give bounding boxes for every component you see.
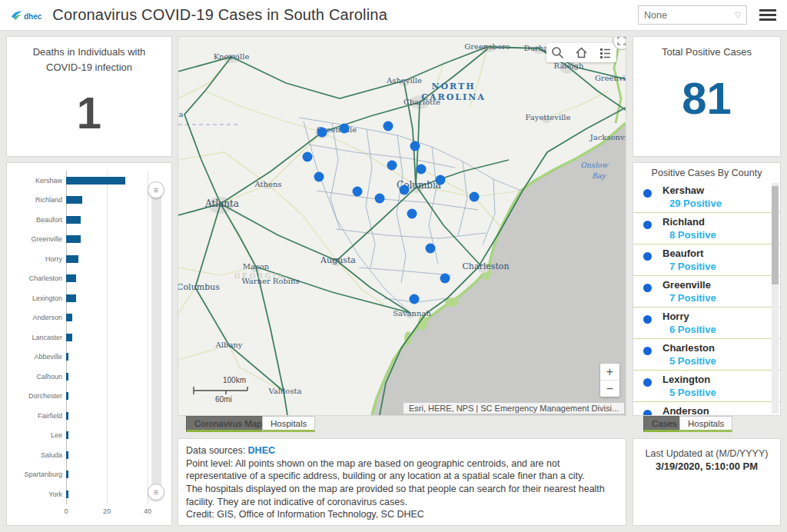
chart-bar-row[interactable]: Charleston bbox=[10, 269, 168, 289]
chart-bar[interactable] bbox=[66, 392, 68, 400]
hamburger-menu-button[interactable] bbox=[759, 7, 776, 24]
case-point[interactable] bbox=[387, 161, 397, 171]
case-point[interactable] bbox=[303, 152, 313, 162]
list-item[interactable]: Kershaw29 Positive bbox=[633, 181, 780, 213]
chart-bar[interactable] bbox=[66, 431, 68, 439]
case-point[interactable] bbox=[470, 192, 480, 202]
chart-bar-row[interactable]: Calhoun bbox=[10, 367, 168, 387]
chart-bar-row[interactable]: York bbox=[10, 484, 168, 504]
chart-bar[interactable] bbox=[66, 470, 68, 478]
list-item[interactable]: Lexington5 Positive bbox=[633, 371, 780, 402]
county-list-scrollbar[interactable] bbox=[772, 183, 779, 414]
case-point[interactable] bbox=[400, 185, 410, 195]
chart-bar-row[interactable]: Lancaster bbox=[10, 328, 168, 347]
map-label: Columbus bbox=[178, 282, 220, 292]
chart-slider-handle-top[interactable]: ≡ bbox=[148, 181, 164, 198]
chart-bar-row[interactable]: Beaufort bbox=[10, 210, 168, 230]
chart-bar-row[interactable]: Greenville bbox=[10, 230, 168, 250]
chart-x-tick: 40 bbox=[144, 507, 151, 515]
dhec-link[interactable]: DHEC bbox=[248, 445, 275, 456]
home-icon[interactable] bbox=[575, 46, 588, 59]
chart-bar[interactable] bbox=[66, 373, 68, 381]
data-sources-text: Credit: GIS, Office of Information Techn… bbox=[186, 508, 618, 521]
chart-bar-row[interactable]: Horry bbox=[10, 249, 168, 269]
chart-category-label: Lee bbox=[10, 431, 66, 439]
category-selector[interactable]: None ▽ bbox=[638, 5, 747, 25]
chart-bar-row[interactable]: Saluda bbox=[10, 445, 168, 465]
case-point[interactable] bbox=[417, 165, 427, 175]
zoom-out-button[interactable]: − bbox=[600, 381, 619, 397]
case-point[interactable] bbox=[375, 194, 385, 204]
list-item[interactable]: Anderson3 Positive bbox=[633, 402, 780, 415]
search-icon[interactable] bbox=[551, 46, 564, 59]
map-label: Bay bbox=[592, 171, 607, 181]
case-point[interactable] bbox=[440, 274, 450, 284]
data-sources-text: The hospitals displayed on the map are p… bbox=[186, 483, 618, 508]
county-name: Anderson bbox=[662, 405, 780, 415]
chart-bar[interactable] bbox=[66, 334, 72, 341]
map-label: Augusta bbox=[320, 255, 356, 265]
chart-bar[interactable] bbox=[66, 412, 68, 420]
list-item[interactable]: Beaufort7 Positive bbox=[633, 244, 780, 276]
chart-category-label: Fairfield bbox=[10, 412, 66, 420]
chart-bar-row[interactable]: Kershaw bbox=[10, 171, 168, 191]
chart-bar[interactable] bbox=[66, 353, 68, 361]
case-point[interactable] bbox=[426, 244, 436, 254]
chart-bar[interactable] bbox=[66, 274, 76, 282]
map-label: Savannah bbox=[393, 309, 431, 318]
data-sources-panel: Data sources: DHEC Point level: All poin… bbox=[178, 438, 626, 526]
case-point[interactable] bbox=[410, 141, 420, 151]
case-point[interactable] bbox=[407, 209, 417, 219]
chart-bar[interactable] bbox=[66, 451, 68, 459]
chart-bar-row[interactable]: Dorchester bbox=[10, 387, 168, 407]
deaths-title: Deaths in Individuals with COVID-19 infe… bbox=[17, 45, 161, 75]
list-item[interactable]: Horry6 Positive bbox=[633, 308, 780, 339]
chart-scrollbar[interactable]: ≡ ≡ bbox=[151, 183, 161, 499]
county-positive-count: 7 Positive bbox=[662, 261, 780, 272]
chart-bar-row[interactable]: Spartanburg bbox=[10, 465, 168, 485]
case-point[interactable] bbox=[314, 172, 324, 182]
chart-bar-row[interactable]: Richland bbox=[10, 191, 168, 211]
chart-bar[interactable] bbox=[66, 177, 125, 185]
case-point[interactable] bbox=[340, 124, 350, 134]
chart-bar-row[interactable]: Abbeville bbox=[10, 347, 168, 367]
case-point[interactable] bbox=[317, 128, 327, 138]
chart-bar-row[interactable]: Lexington bbox=[10, 288, 168, 308]
case-point[interactable] bbox=[410, 294, 420, 304]
chart-bar[interactable] bbox=[66, 216, 81, 224]
county-list-title: Positive Cases By County bbox=[633, 163, 780, 179]
chart-category-label: Spartanburg bbox=[10, 470, 66, 478]
tab-hospitals-map[interactable]: Hospitals bbox=[262, 416, 315, 432]
map-canvas[interactable]: 100km 60mi KnoxvilleChattanoogaAsheville… bbox=[178, 37, 626, 415]
chart-bar[interactable] bbox=[66, 294, 76, 302]
county-positive-count: 5 Positive bbox=[662, 387, 780, 398]
map-zoom-control: + − bbox=[600, 364, 619, 397]
list-item[interactable]: Charleston5 Positive bbox=[633, 339, 780, 371]
chart-bar[interactable] bbox=[66, 196, 82, 204]
case-point[interactable] bbox=[436, 175, 446, 185]
list-item[interactable]: Richland8 Positive bbox=[633, 213, 780, 244]
chart-category-label: Abbeville bbox=[10, 353, 66, 361]
county-positive-count: 7 Positive bbox=[662, 292, 780, 304]
total-cases-value: 81 bbox=[633, 72, 780, 124]
legend-icon[interactable] bbox=[599, 46, 612, 59]
chart-bar-row[interactable]: Anderson bbox=[10, 308, 168, 328]
county-name: Kershaw bbox=[662, 185, 780, 196]
county-dot-icon bbox=[643, 221, 652, 229]
chart-slider-handle-bottom[interactable]: ≡ bbox=[148, 484, 164, 500]
case-point[interactable] bbox=[384, 121, 394, 131]
chart-bar[interactable] bbox=[66, 314, 72, 321]
chart-bar-row[interactable]: Fairfield bbox=[10, 406, 168, 426]
chart-bar[interactable] bbox=[66, 255, 78, 263]
tab-hospitals-list[interactable]: Hospitals bbox=[679, 416, 732, 432]
county-list-scrollbar-thumb[interactable] bbox=[772, 186, 779, 284]
case-point[interactable] bbox=[353, 187, 363, 197]
zoom-in-button[interactable]: + bbox=[600, 364, 619, 381]
chart-bar[interactable] bbox=[66, 490, 68, 498]
tab-coronavirus-map[interactable]: Coronavirus Map bbox=[186, 416, 271, 432]
chart-bar[interactable] bbox=[66, 235, 81, 243]
map-label: Asheville bbox=[386, 76, 422, 85]
chart-bar-row[interactable]: Lee bbox=[10, 426, 168, 446]
chart-category-label: Charleston bbox=[10, 274, 66, 282]
list-item[interactable]: Greenville7 Positive bbox=[633, 276, 780, 308]
